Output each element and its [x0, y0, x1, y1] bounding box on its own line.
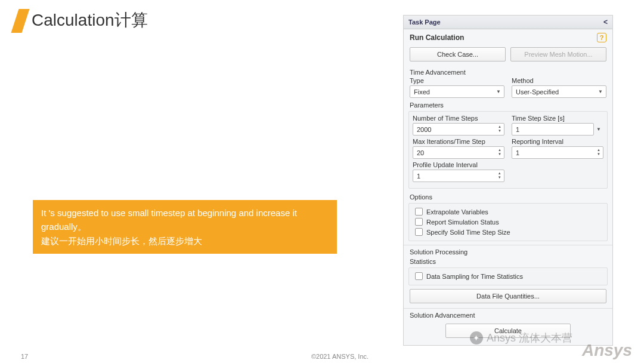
parameters-label: Parameters	[408, 100, 608, 110]
report-status-row[interactable]: Report Simulation Status	[413, 217, 603, 227]
options-subgroup: Extrapolate Variables Report Simulation …	[408, 203, 608, 241]
watermark-text: Ansys 流体大本营	[487, 331, 572, 345]
num-steps-value: 2000	[417, 126, 431, 133]
task-page-panel: Task Page < Run Calculation ? Check Case…	[403, 15, 613, 346]
statistics-subgroup: Data Sampling for Time Statistics	[408, 267, 608, 285]
data-sampling-label: Data Sampling for Time Statistics	[426, 273, 523, 280]
extrapolate-checkbox[interactable]	[415, 208, 423, 216]
solid-step-label: Specify Solid Time Step Size	[426, 229, 510, 236]
time-advancement-label: Time Advancement	[408, 67, 608, 77]
solid-step-checkbox[interactable]	[415, 228, 423, 236]
page-number: 17	[21, 353, 57, 360]
data-sampling-row[interactable]: Data Sampling for Time Statistics	[413, 271, 603, 281]
max-iter-label: Max Iterations/Time Step	[413, 138, 504, 145]
report-interval-input[interactable]: 1	[512, 146, 603, 159]
wechat-icon: ✦	[470, 331, 483, 344]
method-value: User-Specified	[516, 88, 559, 96]
profile-interval-label: Profile Update Interval	[413, 161, 504, 168]
type-value: Fixed	[414, 88, 430, 96]
step-size-dropdown-icon[interactable]: ▼	[594, 127, 603, 132]
data-file-quantities-button[interactable]: Data File Quantities...	[410, 289, 606, 303]
run-calculation-title-row: Run Calculation ?	[404, 29, 612, 45]
watermark: ✦ Ansys 流体大本营	[470, 331, 572, 345]
slide-title: Calculation计算	[32, 9, 148, 32]
collapse-icon[interactable]: <	[603, 18, 608, 26]
step-size-input[interactable]: 1	[512, 123, 594, 136]
title-accent-slash	[11, 9, 30, 33]
tip-line-1: It 's suggested to use small timestep at…	[41, 206, 329, 234]
help-icon[interactable]: ?	[597, 33, 606, 42]
copyright: ©2021 ANSYS, Inc.	[57, 353, 623, 360]
check-case-button[interactable]: Check Case...	[410, 47, 506, 61]
type-label: Type	[410, 77, 504, 84]
report-interval-label: Reporting Interval	[512, 138, 603, 145]
parameters-subgroup: Number of Time Steps 2000 Time Step Size…	[408, 111, 608, 189]
profile-interval-value: 1	[417, 173, 420, 180]
footer: 17 ©2021 ANSYS, Inc.	[0, 353, 644, 360]
solid-step-row[interactable]: Specify Solid Time Step Size	[413, 227, 603, 237]
options-label: Options	[408, 192, 608, 202]
solution-advancement-label: Solution Advancement	[408, 310, 608, 320]
run-calculation-title: Run Calculation	[410, 33, 464, 42]
step-size-value: 1	[516, 126, 519, 133]
solution-processing-group: Solution Processing Statistics Data Samp…	[408, 247, 608, 285]
max-iter-input[interactable]: 20	[413, 146, 504, 159]
num-steps-label: Number of Time Steps	[413, 115, 504, 122]
solution-advancement-group: Solution Advancement	[408, 310, 608, 320]
step-size-label: Time Step Size [s]	[512, 115, 603, 122]
tip-line-2: 建议一开始用小时间步长，然后逐步增大	[41, 234, 329, 248]
time-advancement-group: Time Advancement Type Fixed Method User-…	[408, 67, 608, 241]
tip-callout: It 's suggested to use small timestep at…	[33, 200, 337, 254]
num-steps-input[interactable]: 2000	[413, 123, 504, 136]
method-select[interactable]: User-Specified	[512, 85, 606, 98]
method-label: Method	[512, 77, 606, 84]
max-iter-value: 20	[417, 149, 424, 156]
data-sampling-checkbox[interactable]	[415, 272, 423, 280]
type-select[interactable]: Fixed	[410, 85, 504, 98]
solution-processing-label: Solution Processing	[408, 247, 608, 257]
report-status-label: Report Simulation Status	[426, 219, 499, 226]
slide-title-area: Calculation计算	[15, 9, 148, 33]
profile-interval-input[interactable]: 1	[413, 170, 504, 182]
statistics-label: Statistics	[408, 257, 608, 266]
task-page-header: Task Page <	[404, 16, 612, 29]
task-page-header-label: Task Page	[408, 19, 441, 26]
report-interval-value: 1	[516, 149, 519, 156]
preview-mesh-motion-button: Preview Mesh Motion...	[510, 47, 606, 61]
extrapolate-label: Extrapolate Variables	[426, 208, 488, 216]
report-status-checkbox[interactable]	[415, 218, 423, 226]
extrapolate-row[interactable]: Extrapolate Variables	[413, 207, 603, 217]
